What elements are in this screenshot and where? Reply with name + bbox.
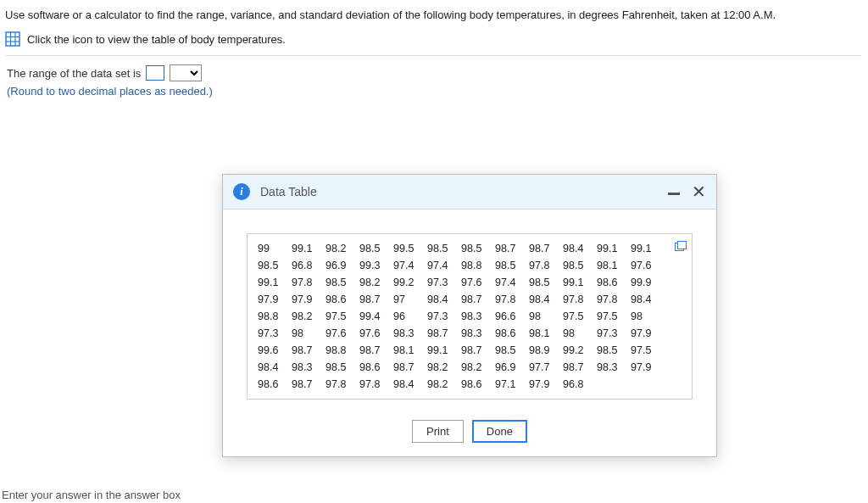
data-cell: 98.6 (359, 360, 393, 375)
data-cell: 98.5 (326, 360, 359, 375)
data-cell: 96.6 (495, 309, 529, 324)
data-cell: 98.5 (427, 241, 461, 256)
data-row: 99.698.798.898.798.199.198.798.598.999.2… (258, 343, 683, 358)
data-cell: 98 (563, 326, 597, 341)
data-cell: 96.9 (495, 360, 529, 375)
data-cell: 98.6 (258, 377, 292, 392)
data-cell: 97.9 (529, 377, 563, 392)
data-cell: 97.8 (563, 292, 597, 307)
data-cell: 98.2 (427, 360, 461, 375)
data-cell: 97.3 (427, 275, 461, 290)
data-cell: 98.3 (292, 360, 326, 375)
data-table-modal: i Data Table ✕ 9999.198.298.599.598.598.… (222, 174, 717, 457)
data-cell: 97.3 (427, 309, 461, 324)
info-icon: i (233, 183, 250, 200)
data-cell: 98.6 (326, 292, 359, 307)
data-cell: 97.5 (326, 309, 359, 324)
data-cell: 98.6 (597, 275, 631, 290)
unit-select[interactable] (170, 64, 202, 81)
data-cell: 97.6 (326, 326, 359, 341)
table-icon[interactable] (5, 31, 20, 47)
data-cell: 99.2 (393, 275, 427, 290)
data-row: 97.997.998.698.79798.498.797.898.497.897… (258, 292, 683, 307)
data-cell: 97.4 (495, 275, 529, 290)
data-cell: 98.8 (461, 258, 495, 273)
data-cell: 97.8 (597, 292, 631, 307)
data-cell: 98.7 (359, 343, 393, 358)
print-button[interactable]: Print (412, 420, 464, 443)
data-cell: 98.7 (529, 241, 563, 256)
data-cell: 99.3 (359, 258, 393, 273)
data-row: 9999.198.298.599.598.598.598.798.798.499… (258, 241, 683, 256)
data-cell: 97.8 (359, 377, 393, 392)
data-cell: 97.8 (529, 258, 563, 273)
data-cell: 97 (393, 292, 427, 307)
icon-instruction: Click the icon to view the table of body… (27, 33, 286, 46)
range-input[interactable] (146, 65, 164, 81)
done-button[interactable]: Done (472, 420, 527, 443)
data-cell: 98.6 (461, 377, 495, 392)
data-cell: 98.2 (292, 309, 326, 324)
svg-rect-0 (6, 32, 19, 46)
data-cell: 98.4 (393, 377, 427, 392)
data-cell: 98.9 (529, 343, 563, 358)
data-cell: 98.2 (427, 377, 461, 392)
data-cell: 99.6 (258, 343, 292, 358)
data-cell: 99.2 (563, 343, 597, 358)
data-cell: 97.5 (563, 309, 597, 324)
data-grid: 9999.198.298.599.598.598.598.798.798.499… (258, 241, 683, 392)
minimize-icon[interactable] (668, 193, 680, 195)
data-cell: 98.7 (461, 343, 495, 358)
data-cell: 97.6 (359, 326, 393, 341)
data-cell: 98.5 (563, 258, 597, 273)
svg-rect-6 (678, 242, 687, 249)
data-row: 98.498.398.598.698.798.298.296.997.798.7… (258, 360, 683, 375)
data-cell: 98.5 (461, 241, 495, 256)
data-cell: 99.9 (631, 275, 665, 290)
data-cell: 98.7 (427, 326, 461, 341)
data-cell: 99.1 (631, 241, 665, 256)
data-cell: 98.5 (495, 343, 529, 358)
data-cell: 96.9 (326, 258, 359, 273)
data-cell: 97.9 (258, 292, 292, 307)
data-cell: 98.4 (563, 241, 597, 256)
data-cell: 98.5 (495, 258, 529, 273)
question-prompt: Use software or a calculator to find the… (5, 8, 861, 21)
data-cell: 97.9 (631, 326, 665, 341)
data-cell: 98.2 (326, 241, 359, 256)
data-cell: 99.1 (597, 241, 631, 256)
data-cell: 98.7 (461, 292, 495, 307)
data-cell: 99.1 (258, 275, 292, 290)
data-cell: 96.8 (292, 258, 326, 273)
data-cell: 97.4 (427, 258, 461, 273)
answer-prefix: The range of the data set is (7, 67, 141, 80)
data-cell: 98.5 (326, 275, 359, 290)
data-cell: 98 (529, 309, 563, 324)
data-cell: 99.5 (393, 241, 427, 256)
data-cell: 98.3 (597, 360, 631, 375)
data-cell: 99 (258, 241, 292, 256)
footer-instruction: Enter your answer in the answer box (0, 487, 181, 503)
close-icon[interactable]: ✕ (692, 186, 706, 198)
data-cell: 97.8 (292, 275, 326, 290)
data-cell: 98.2 (461, 360, 495, 375)
data-cell: 96.8 (563, 377, 597, 392)
data-cell: 98.4 (258, 360, 292, 375)
data-cell: 97.1 (495, 377, 529, 392)
copy-icon[interactable] (675, 241, 687, 251)
data-row: 97.39897.697.698.398.798.398.698.19897.3… (258, 326, 683, 341)
data-cell: 98.5 (258, 258, 292, 273)
data-cell: 98.4 (631, 292, 665, 307)
data-cell: 98.4 (529, 292, 563, 307)
data-cell: 98.3 (461, 309, 495, 324)
data-cell: 97.9 (292, 292, 326, 307)
divider (5, 55, 861, 56)
data-cell: 97.3 (258, 326, 292, 341)
data-cell: 98.7 (563, 360, 597, 375)
data-cell: 98.7 (393, 360, 427, 375)
data-cell: 99.1 (563, 275, 597, 290)
data-row: 98.698.797.897.898.498.298.697.197.996.8 (258, 377, 683, 392)
data-cell: 98.1 (393, 343, 427, 358)
data-cell: 96 (393, 309, 427, 324)
data-cell: 98.3 (461, 326, 495, 341)
